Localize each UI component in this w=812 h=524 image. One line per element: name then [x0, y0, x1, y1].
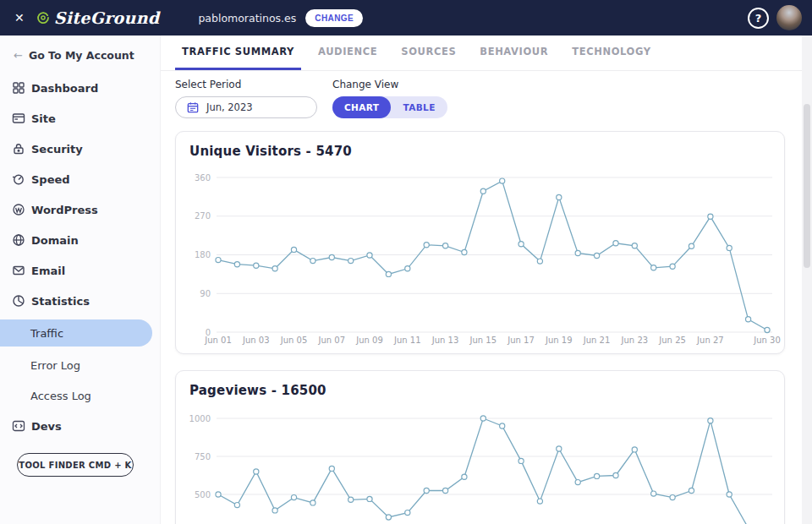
tool-finder-button[interactable]: TOOL FINDER CMD + K — [17, 453, 134, 477]
back-arrow-icon: ← — [14, 49, 23, 62]
code-icon — [12, 419, 25, 433]
tab-traffic-summary[interactable]: TRAFFIC SUMMARY — [175, 35, 301, 70]
speed-icon — [12, 172, 25, 186]
main-content: TRAFFIC SUMMARY AUDIENCE SOURCES BEHAVIO… — [161, 35, 812, 524]
sidebar-item-label: WordPress — [31, 204, 98, 216]
siteground-logo[interactable]: SiteGround — [36, 8, 160, 27]
svg-text:Jun 23: Jun 23 — [621, 336, 649, 345]
svg-text:Jun 21: Jun 21 — [583, 336, 611, 345]
brand-name: SiteGround — [54, 8, 160, 27]
select-period-label: Select Period — [175, 79, 317, 90]
topbar: ✕ SiteGround pablomoratinos.es CHANGE ? — [0, 0, 812, 35]
tab-technology[interactable]: TECHNOLOGY — [565, 35, 657, 70]
wordpress-icon — [12, 203, 25, 216]
close-icon[interactable]: ✕ — [14, 11, 25, 25]
svg-text:Jun 07: Jun 07 — [318, 336, 346, 345]
period-picker[interactable]: Jun, 2023 — [175, 96, 317, 118]
svg-text:500: 500 — [195, 490, 211, 499]
help-icon[interactable]: ? — [748, 8, 769, 29]
lock-icon — [12, 142, 25, 156]
sidebar-item-label: Security — [31, 143, 83, 156]
svg-text:Jun 19: Jun 19 — [545, 336, 573, 345]
scrollbar-thumb[interactable] — [804, 104, 810, 268]
unique-visitors-card: Unique Visitors - 5470 090180270360Jun 0… — [175, 131, 785, 354]
svg-text:Jun 17: Jun 17 — [507, 336, 535, 345]
siteground-g-icon — [36, 11, 50, 25]
sidebar-item-label: Site — [31, 112, 56, 125]
go-to-my-account-link[interactable]: ← Go To My Account — [0, 42, 160, 68]
pie-chart-icon — [12, 294, 25, 308]
tab-audience[interactable]: AUDIENCE — [311, 35, 384, 70]
sidebar-item-dashboard[interactable]: Dashboard — [0, 73, 160, 103]
sidebar-item-label: Speed — [31, 173, 70, 186]
pageviews-title: Pageviews - 16500 — [189, 383, 771, 401]
controls-row: Select Period Jun, 2023 Change View CHAR… — [161, 71, 812, 118]
sidebar-item-label: Dashboard — [31, 82, 98, 95]
site-icon — [12, 112, 25, 125]
unique-visitors-chart: 090180270360Jun 01Jun 03Jun 05Jun 07Jun … — [189, 162, 772, 350]
sidebar-item-statistics[interactable]: Statistics — [0, 286, 160, 316]
tabs-row: TRAFFIC SUMMARY AUDIENCE SOURCES BEHAVIO… — [161, 35, 812, 71]
svg-text:180: 180 — [195, 250, 211, 259]
globe-icon — [12, 233, 25, 247]
sidebar-item-security[interactable]: Security — [0, 134, 160, 164]
sidebar: ← Go To My Account Dashboard Site Securi… — [0, 35, 161, 524]
svg-text:270: 270 — [195, 211, 211, 221]
current-site-name: pablomoratinos.es — [198, 12, 296, 25]
sidebar-item-email[interactable]: Email — [0, 255, 160, 286]
sidebar-item-label: Domain — [31, 234, 79, 247]
svg-text:Jun 30: Jun 30 — [753, 336, 781, 345]
sidebar-item-domain[interactable]: Domain — [0, 225, 160, 255]
change-view-label: Change View — [332, 79, 447, 90]
scrollbar-track[interactable] — [802, 35, 812, 524]
sidebar-subitem-traffic[interactable]: Traffic — [0, 319, 152, 347]
pageviews-chart: 02505007501000Jun 01Jun 03Jun 05Jun 07Ju… — [189, 401, 772, 524]
topbar-right: ? — [748, 5, 812, 30]
svg-text:Jun 15: Jun 15 — [469, 336, 497, 345]
pageviews-card: Pageviews - 16500 02505007501000Jun 01Ju… — [175, 370, 785, 524]
change-site-button[interactable]: CHANGE — [305, 9, 363, 27]
svg-text:Jun 05: Jun 05 — [280, 336, 308, 345]
svg-text:Jun 01: Jun 01 — [204, 336, 232, 345]
sidebar-item-devs[interactable]: Devs — [0, 411, 160, 441]
svg-text:750: 750 — [195, 452, 211, 461]
sidebar-item-site[interactable]: Site — [0, 103, 160, 134]
table-view-button[interactable]: TABLE — [391, 96, 447, 118]
sidebar-item-speed[interactable]: Speed — [0, 164, 160, 194]
sidebar-subitem-access-log[interactable]: Access Log — [0, 380, 160, 411]
sidebar-item-wordpress[interactable]: WordPress — [0, 194, 160, 225]
avatar[interactable] — [776, 5, 802, 30]
svg-text:Jun 03: Jun 03 — [242, 336, 270, 345]
sidebar-item-label: Statistics — [31, 295, 90, 308]
dashboard-icon — [12, 81, 25, 95]
envelope-icon — [12, 264, 25, 277]
sidebar-item-label: Email — [31, 265, 65, 277]
svg-text:360: 360 — [195, 173, 211, 183]
back-label: Go To My Account — [29, 49, 134, 62]
sidebar-subitem-error-log[interactable]: Error Log — [0, 350, 160, 380]
view-toggle: CHART TABLE — [332, 96, 447, 118]
unique-visitors-title: Unique Visitors - 5470 — [189, 144, 771, 162]
select-period-group: Select Period Jun, 2023 — [175, 79, 317, 118]
svg-text:90: 90 — [200, 289, 211, 298]
calendar-icon — [187, 101, 199, 113]
period-value: Jun, 2023 — [206, 101, 253, 113]
svg-text:1000: 1000 — [189, 414, 211, 423]
svg-text:Jun 13: Jun 13 — [431, 336, 459, 345]
svg-text:Jun 25: Jun 25 — [658, 336, 686, 345]
svg-text:Jun 11: Jun 11 — [393, 336, 421, 345]
sidebar-item-label: Devs — [31, 420, 62, 433]
tab-sources[interactable]: SOURCES — [394, 35, 463, 70]
svg-text:Jun 09: Jun 09 — [355, 336, 383, 345]
change-view-group: Change View CHART TABLE — [332, 79, 447, 118]
chart-view-button[interactable]: CHART — [332, 96, 391, 118]
svg-text:Jun 27: Jun 27 — [696, 336, 724, 345]
tab-behaviour[interactable]: BEHAVIOUR — [473, 35, 555, 70]
